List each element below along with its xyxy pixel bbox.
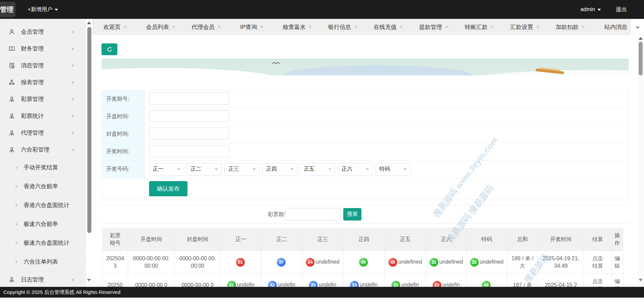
share-icon [8, 79, 15, 86]
select-正五[interactable]: 正五 [300, 163, 335, 176]
sidebar-item-财务管理[interactable]: 财务管理 [0, 40, 86, 57]
column-header-正五: 正五 [385, 228, 426, 251]
sidebar-subitem-label: 六合注单列表 [24, 258, 58, 266]
content-scrollbar-thumb[interactable] [639, 42, 643, 75]
tab-会员列表[interactable]: 会员列表× [138, 23, 183, 31]
tab-close-icon[interactable]: × [124, 24, 127, 30]
sidebar-item-会员管理[interactable]: 会员管理 [0, 24, 86, 40]
refresh-button[interactable] [101, 43, 117, 55]
select-label: 正六 [342, 166, 352, 173]
user-tie-icon [8, 146, 15, 153]
column-header-结算: 结算 [584, 228, 612, 251]
tab-close-icon[interactable]: × [172, 24, 175, 30]
sidebar-item-日志管理[interactable]: 日志管理 [0, 271, 86, 287]
search-input[interactable] [285, 208, 341, 221]
sidebar-subitem-label: 极速六合赔率 [24, 220, 58, 228]
form-field-input-开盘时间[interactable] [149, 110, 229, 122]
select-正六[interactable]: 正六 [338, 163, 373, 176]
column-header-彩票期号: 彩票期号 [103, 228, 128, 251]
tab-close-icon[interactable]: × [217, 24, 221, 30]
column-header-正四: 正四 [343, 228, 385, 251]
sidebar-subitem-香港六合盘面统计[interactable]: 香港六合盘面统计 [0, 196, 86, 215]
tab-汇款设置[interactable]: 汇款设置× [502, 23, 548, 31]
table-row: 20250430000-00-00 00:00:000000-00-00 00:… [103, 251, 623, 274]
select-正一[interactable]: 正一 [149, 163, 184, 176]
sidebar-item-彩票统计[interactable]: 彩票统计 [0, 108, 86, 125]
sidebar-item-消息管理[interactable]: 消息管理 [0, 57, 86, 74]
tab-overflow-button[interactable] [631, 19, 644, 35]
tab-label: 提款管理 [419, 23, 442, 31]
select-label: 正三 [228, 166, 239, 173]
pond-shape [284, 65, 472, 75]
tab-close-icon[interactable]: × [354, 24, 357, 30]
sidebar-subitem-label: 香港六合赔率 [24, 182, 58, 190]
chevron-left-icon [71, 47, 75, 51]
tab-银行信息[interactable]: 银行信息× [320, 23, 365, 31]
lottery-ball: 49 [359, 258, 368, 267]
lottery-ball: 01 [236, 258, 245, 267]
tab-核查返水[interactable]: 核查返水× [274, 23, 320, 31]
tab-在线充值[interactable]: 在线充值× [365, 23, 411, 31]
select-正二[interactable]: 正二 [187, 163, 222, 176]
select-正三[interactable]: 正三 [225, 163, 260, 176]
chevron-down-icon [635, 25, 640, 30]
sidebar-subitem-极速六合盘面统计[interactable]: 极速六合盘面统计 [0, 234, 86, 252]
tab-close-icon[interactable]: × [536, 24, 539, 30]
sidebar-item-label: 彩票统计 [21, 112, 44, 120]
sidebar-subitem-极速六合赔率[interactable]: 极速六合赔率 [0, 215, 86, 234]
edit-link[interactable]: 编辑 [612, 251, 623, 274]
copyright-text: Copyright © 2025 后台管理系统 All Rights Reser… [3, 289, 120, 296]
sidebar-item-代理管理[interactable]: 代理管理 [0, 125, 86, 141]
caret-down-icon [55, 9, 58, 11]
sidebar-subitem-香港六合赔率[interactable]: 香港六合赔率 [0, 177, 86, 196]
logout-button[interactable]: 退出 [616, 6, 627, 13]
tab-close-icon[interactable]: × [260, 24, 263, 30]
select-正四[interactable]: 正四 [262, 163, 297, 176]
sidebar-item-label: 彩票管理 [21, 95, 44, 103]
chevron-right-icon [14, 260, 18, 264]
admin-dropdown[interactable]: admin [580, 6, 601, 12]
draw-numbers-row: 开奖号码:正一正二正三正四正五正六特码 [102, 161, 628, 178]
tab-提款管理[interactable]: 提款管理× [411, 23, 457, 31]
column-header-开盘时间: 开盘时间 [128, 228, 175, 251]
select-label: 正四 [266, 166, 277, 173]
tab-label: 汇款设置 [510, 23, 533, 31]
scroll-down-icon[interactable] [87, 279, 91, 281]
scroll-up-icon[interactable] [87, 22, 91, 24]
tab-代理会员[interactable]: 代理会员× [183, 23, 229, 31]
tab-IP查询[interactable]: IP查询× [229, 23, 274, 31]
chevron-right-icon [14, 166, 18, 170]
user-icon [8, 29, 15, 35]
tab-close-icon[interactable]: × [582, 24, 585, 30]
settle-link[interactable]: 点击结算 [584, 251, 612, 274]
tab-转账汇款[interactable]: 转账汇款× [457, 23, 502, 31]
content-scrollbar[interactable] [637, 35, 644, 287]
banner-illustration [101, 59, 629, 75]
tab-欢迎页[interactable]: 欢迎页× [92, 23, 138, 31]
select-特码[interactable]: 特码 [376, 163, 411, 176]
tab-close-icon[interactable]: × [445, 24, 448, 30]
sidebar-item-彩票管理[interactable]: 彩票管理 [0, 91, 86, 108]
scroll-up-icon[interactable] [639, 37, 643, 40]
draw-numbers-label: 开奖号码: [102, 161, 145, 178]
sidebar-subitem-手动开奖结算[interactable]: 手动开奖结算 [0, 158, 86, 177]
tab-加款扣款[interactable]: 加款扣款× [548, 23, 593, 31]
admin-label: admin [580, 6, 595, 12]
form-field-input-开奖时间[interactable] [149, 145, 229, 157]
form-field-input-封盘时间[interactable] [149, 128, 229, 140]
sidebar-item-六合彩管理[interactable]: 六合彩管理 [0, 141, 86, 158]
tab-close-icon[interactable]: × [309, 24, 312, 30]
ball-text: undefined [398, 259, 422, 265]
sidebar-item-报表管理[interactable]: 报表管理 [0, 74, 86, 91]
scroll-down-icon[interactable] [639, 279, 643, 281]
new-user-dropdown[interactable]: +新增用户 [28, 6, 58, 13]
search-button[interactable]: 搜索 [343, 208, 361, 221]
sidebar-subitem-六合注单列表[interactable]: 六合注单列表 [0, 252, 86, 271]
form-field-input-开奖期号[interactable] [149, 93, 229, 105]
sidebar-scrollbar[interactable] [86, 19, 92, 287]
user-tie-icon [8, 96, 15, 103]
confirm-publish-button[interactable]: 确认发布 [149, 181, 187, 196]
sidebar-scrollbar-thumb[interactable] [87, 27, 91, 233]
tab-close-icon[interactable]: × [491, 24, 494, 30]
tab-close-icon[interactable]: × [400, 24, 403, 30]
